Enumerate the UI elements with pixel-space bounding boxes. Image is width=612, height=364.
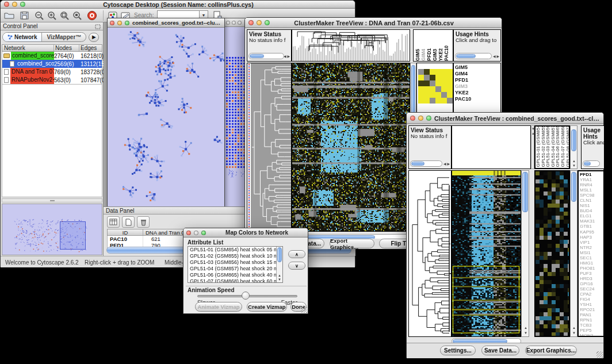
scroll-down-arrow[interactable]: ▼ [572,331,576,335]
tv2-detail-heatmap[interactable] [534,170,570,337]
gene-label[interactable]: GIM3 [454,83,500,90]
matrix-cell[interactable] [424,81,430,86]
scroll-down-arrow[interactable]: ▼ [278,278,281,281]
attribute-list-item[interactable]: GPL51-03 (GSM856) heat shock 15 min [188,259,282,266]
matrix-cell[interactable] [430,92,435,98]
network-row[interactable]: RNAPuberNov2+563(0)107847(0) [2,76,102,84]
gene-label[interactable]: MAK31 [579,219,603,224]
gene-label[interactable]: PEP5 [579,328,603,333]
zoom-button[interactable] [125,21,129,25]
row-dendrogram-canvas[interactable] [247,63,291,231]
minimize-button[interactable] [117,21,122,25]
scroll-up-arrow[interactable]: ▲ [572,326,576,329]
attribute-list-item[interactable]: GPL51-07 (GSM868) heat shock 60 min [188,278,282,283]
close-button[interactable] [110,21,114,25]
gene-label[interactable]: SPC98 [579,193,603,198]
matrix-cell[interactable] [447,81,453,86]
gene-label[interactable]: ELG1 [579,213,603,219]
matrix-cell[interactable] [424,98,430,104]
tv2-global-view[interactable] [452,125,531,169]
save-data-button[interactable]: Save Data... [481,346,519,355]
tab-vizmapper[interactable]: VizMapper™ [42,33,86,41]
create-vizmap-button[interactable]: Create Vizmap [247,302,287,312]
matrix-cell[interactable] [447,86,453,92]
resize-grip[interactable] [301,306,307,313]
gene-label[interactable]: RNR4 [579,182,603,187]
gene-label[interactable]: MON2 [579,333,603,337]
gene-label[interactable]: MSI1 [579,250,603,255]
zoom-button[interactable] [20,2,25,7]
gene-label[interactable]: SEC1 [579,255,603,260]
view-status-scrollbar[interactable] [410,160,442,167]
scroll-down-arrow[interactable]: ▼ [572,164,576,167]
tv2-heatmap[interactable] [452,170,521,337]
gene-label[interactable]: HRD3 [579,276,603,281]
scroll-arrows[interactable]: ◀ ▶ [284,55,290,58]
gene-label[interactable]: GPI16 [579,281,603,286]
network-row[interactable]: combined_sco2569(6)13112(15) [2,60,102,68]
panel-split-handle[interactable] [2,198,102,202]
matrix-cell[interactable] [430,86,435,92]
heatmap-canvas[interactable] [452,171,521,336]
move-down-button[interactable]: ∨ [288,262,305,270]
gene-label[interactable]: HMG1 [579,260,603,266]
attribute-list-item[interactable]: GPL51-06 (GSM865) heat shock 40 min [188,272,282,278]
gene-label[interactable]: GTB1 [579,224,603,229]
gene-label[interactable]: PAC10 [454,96,500,102]
gene-label[interactable]: VIP1 [579,240,603,245]
zoom-button[interactable] [426,116,431,121]
gene-label[interactable]: NTR2 [579,245,603,250]
scroll-arrows[interactable]: ◀ ▶ [443,162,450,166]
matrix-cell[interactable] [441,92,447,98]
matrix-cell[interactable] [424,92,430,98]
gene-label[interactable]: MSL1 [579,187,603,193]
zoom-in-icon[interactable] [45,10,58,21]
tv1-top-dendrogram[interactable] [292,29,410,62]
similarity-matrix[interactable] [418,69,453,104]
gene-label[interactable]: CPA2 [579,292,603,297]
treeview1-titlebar[interactable]: ClusterMaker TreeView : DNA and Tran 07-… [245,18,502,28]
matrix-cell[interactable] [418,92,424,98]
matrix-cell[interactable] [447,69,453,75]
gene-label[interactable]: BUD4 [579,208,603,213]
gene-label[interactable]: GIM5 [454,64,500,71]
minimize-button[interactable] [12,2,17,7]
gene-label[interactable]: PFD1 [454,77,500,83]
matrix-cell[interactable] [418,75,424,81]
gene-label[interactable]: TCB3 [579,323,603,328]
col-edges[interactable]: Edges [79,45,102,51]
zoom-fit-icon[interactable] [71,10,83,21]
matrix-cell[interactable] [435,69,441,75]
attribute-list[interactable]: GPL51-01 (GSM854) heat shock 05 minGPL51… [188,246,283,283]
gene-label[interactable]: CLN1 [579,198,603,203]
help-lifebuoy-icon[interactable] [86,10,98,21]
scroll-arrows[interactable]: ◀ ▶ [493,55,499,58]
gene-label[interactable]: SEC24 [579,286,603,292]
scroll-up-arrow[interactable]: ▲ [278,274,281,277]
gene-label[interactable]: PHO81 [579,266,603,271]
matrix-cell[interactable] [430,75,435,81]
tv1-heatmap[interactable] [292,63,410,232]
usage-hints-scrollbar[interactable] [583,160,600,167]
matrix-cell[interactable] [424,86,430,92]
minimize-button[interactable] [194,231,198,235]
save-icon[interactable] [18,10,30,21]
gene-label[interactable]: RPN1 [579,317,603,323]
view-status-scrollbar[interactable] [248,53,284,59]
column-dendrogram-canvas[interactable] [292,30,410,61]
matrix-cell[interactable] [424,69,430,75]
attribute-list-item[interactable]: GPL51-01 (GSM854) heat shock 05 min [188,247,282,253]
dialog-titlebar[interactable]: Map Colors to Network [183,228,308,237]
select-attributes-icon[interactable] [107,216,120,228]
settings-button[interactable]: Settings... [440,346,476,355]
usage-hints-scrollbar[interactable] [455,53,492,59]
attribute-list-item[interactable]: GPL51-02 (GSM855) heat shock 10 min [188,253,282,259]
matrix-cell[interactable] [435,92,441,98]
network-overview-canvas[interactable] [2,204,102,255]
matrix-cell[interactable] [447,75,453,81]
network-row[interactable]: combined_scores2764(0)16218(0) [2,52,102,60]
more-tabs-button[interactable]: ▶ [89,33,99,42]
gene-label[interactable]: GIM4 [454,71,500,77]
matrix-cell[interactable] [430,81,435,86]
network-overview-panel[interactable] [2,204,102,255]
